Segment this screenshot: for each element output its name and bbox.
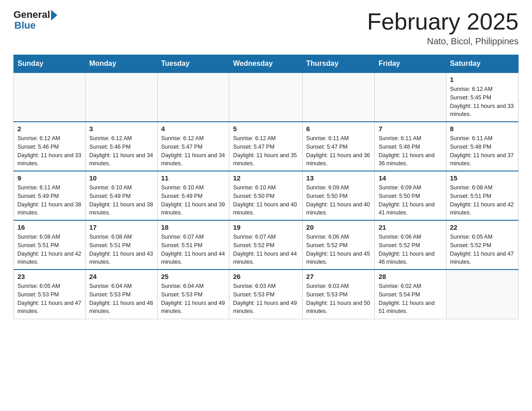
calendar-cell: 23Sunrise: 6:05 AMSunset: 5:53 PMDayligh… bbox=[14, 270, 86, 319]
day-info: Sunrise: 6:04 AMSunset: 5:53 PMDaylight:… bbox=[89, 282, 153, 316]
calendar-week-row: 9Sunrise: 6:11 AMSunset: 5:49 PMDaylight… bbox=[14, 171, 519, 220]
day-info: Sunrise: 6:06 AMSunset: 5:52 PMDaylight:… bbox=[378, 233, 442, 266]
logo: General Blue bbox=[13, 9, 57, 31]
title-area: February 2025 Nato, Bicol, Philippines bbox=[367, 9, 519, 47]
calendar-header-thursday: Thursday bbox=[302, 55, 375, 73]
calendar-cell bbox=[446, 270, 518, 319]
day-info: Sunrise: 6:09 AMSunset: 5:50 PMDaylight:… bbox=[378, 184, 442, 217]
logo-general-text: General bbox=[13, 9, 50, 21]
calendar-header-wednesday: Wednesday bbox=[229, 55, 302, 73]
calendar-cell bbox=[157, 73, 229, 122]
calendar-cell: 22Sunrise: 6:05 AMSunset: 5:52 PMDayligh… bbox=[446, 220, 518, 270]
day-number: 20 bbox=[306, 223, 371, 231]
calendar-cell bbox=[229, 73, 302, 122]
day-number: 14 bbox=[378, 174, 442, 182]
logo-blue-text: Blue bbox=[14, 20, 36, 31]
day-info: Sunrise: 6:10 AMSunset: 5:50 PMDaylight:… bbox=[233, 184, 298, 217]
day-info: Sunrise: 6:11 AMSunset: 5:48 PMDaylight:… bbox=[378, 134, 442, 168]
day-number: 9 bbox=[17, 174, 82, 182]
calendar-cell: 16Sunrise: 6:08 AMSunset: 5:51 PMDayligh… bbox=[14, 220, 86, 270]
calendar-cell: 11Sunrise: 6:10 AMSunset: 5:49 PMDayligh… bbox=[157, 171, 229, 220]
day-number: 6 bbox=[306, 125, 371, 133]
day-info: Sunrise: 6:11 AMSunset: 5:48 PMDaylight:… bbox=[450, 134, 515, 168]
calendar-cell: 8Sunrise: 6:11 AMSunset: 5:48 PMDaylight… bbox=[446, 122, 518, 171]
day-info: Sunrise: 6:04 AMSunset: 5:53 PMDaylight:… bbox=[161, 282, 226, 316]
day-info: Sunrise: 6:12 AMSunset: 5:45 PMDaylight:… bbox=[450, 85, 515, 119]
day-info: Sunrise: 6:03 AMSunset: 5:53 PMDaylight:… bbox=[233, 282, 298, 316]
day-number: 12 bbox=[233, 174, 298, 182]
calendar-cell: 6Sunrise: 6:11 AMSunset: 5:47 PMDaylight… bbox=[302, 122, 375, 171]
calendar-cell: 19Sunrise: 6:07 AMSunset: 5:52 PMDayligh… bbox=[229, 220, 302, 270]
calendar-header-friday: Friday bbox=[375, 55, 446, 73]
calendar-cell: 18Sunrise: 6:07 AMSunset: 5:51 PMDayligh… bbox=[157, 220, 229, 270]
calendar-week-row: 1Sunrise: 6:12 AMSunset: 5:45 PMDaylight… bbox=[14, 73, 519, 122]
calendar-cell bbox=[14, 73, 86, 122]
day-info: Sunrise: 6:02 AMSunset: 5:54 PMDaylight:… bbox=[378, 282, 442, 316]
day-number: 5 bbox=[233, 125, 298, 133]
calendar-cell: 21Sunrise: 6:06 AMSunset: 5:52 PMDayligh… bbox=[375, 220, 446, 270]
calendar-cell: 28Sunrise: 6:02 AMSunset: 5:54 PMDayligh… bbox=[375, 270, 446, 319]
day-info: Sunrise: 6:12 AMSunset: 5:46 PMDaylight:… bbox=[17, 134, 82, 168]
day-number: 23 bbox=[17, 273, 82, 280]
calendar-header-row: SundayMondayTuesdayWednesdayThursdayFrid… bbox=[14, 55, 519, 73]
calendar-cell: 24Sunrise: 6:04 AMSunset: 5:53 PMDayligh… bbox=[86, 270, 157, 319]
day-info: Sunrise: 6:05 AMSunset: 5:53 PMDaylight:… bbox=[17, 282, 82, 316]
calendar-cell: 7Sunrise: 6:11 AMSunset: 5:48 PMDaylight… bbox=[375, 122, 446, 171]
calendar-cell: 14Sunrise: 6:09 AMSunset: 5:50 PMDayligh… bbox=[375, 171, 446, 220]
calendar-header-tuesday: Tuesday bbox=[157, 55, 229, 73]
day-number: 3 bbox=[89, 125, 153, 133]
day-number: 17 bbox=[89, 223, 153, 231]
day-info: Sunrise: 6:08 AMSunset: 5:51 PMDaylight:… bbox=[89, 233, 153, 266]
day-number: 28 bbox=[378, 273, 442, 280]
calendar-cell bbox=[302, 73, 375, 122]
day-info: Sunrise: 6:12 AMSunset: 5:47 PMDaylight:… bbox=[233, 134, 298, 168]
location-subtitle: Nato, Bicol, Philippines bbox=[367, 36, 519, 47]
calendar-week-row: 2Sunrise: 6:12 AMSunset: 5:46 PMDaylight… bbox=[14, 122, 519, 171]
calendar-cell: 4Sunrise: 6:12 AMSunset: 5:47 PMDaylight… bbox=[157, 122, 229, 171]
day-number: 25 bbox=[161, 273, 226, 280]
day-info: Sunrise: 6:12 AMSunset: 5:46 PMDaylight:… bbox=[89, 134, 153, 168]
day-number: 7 bbox=[378, 125, 442, 133]
day-info: Sunrise: 6:10 AMSunset: 5:49 PMDaylight:… bbox=[89, 184, 153, 217]
calendar-header-monday: Monday bbox=[86, 55, 157, 73]
page-header: General Blue February 2025 Nato, Bicol, … bbox=[13, 9, 519, 47]
calendar-cell: 12Sunrise: 6:10 AMSunset: 5:50 PMDayligh… bbox=[229, 171, 302, 220]
day-info: Sunrise: 6:11 AMSunset: 5:47 PMDaylight:… bbox=[306, 134, 371, 168]
day-number: 13 bbox=[306, 174, 371, 182]
calendar-week-row: 16Sunrise: 6:08 AMSunset: 5:51 PMDayligh… bbox=[14, 220, 519, 270]
month-title: February 2025 bbox=[367, 9, 519, 34]
day-number: 26 bbox=[233, 273, 298, 280]
day-number: 1 bbox=[450, 76, 515, 83]
calendar-cell: 17Sunrise: 6:08 AMSunset: 5:51 PMDayligh… bbox=[86, 220, 157, 270]
calendar-cell: 15Sunrise: 6:08 AMSunset: 5:51 PMDayligh… bbox=[446, 171, 518, 220]
day-info: Sunrise: 6:05 AMSunset: 5:52 PMDaylight:… bbox=[450, 233, 515, 266]
calendar-cell: 10Sunrise: 6:10 AMSunset: 5:49 PMDayligh… bbox=[86, 171, 157, 220]
day-info: Sunrise: 6:06 AMSunset: 5:52 PMDaylight:… bbox=[306, 233, 371, 266]
calendar-cell: 13Sunrise: 6:09 AMSunset: 5:50 PMDayligh… bbox=[302, 171, 375, 220]
day-info: Sunrise: 6:08 AMSunset: 5:51 PMDaylight:… bbox=[450, 184, 515, 217]
day-info: Sunrise: 6:07 AMSunset: 5:52 PMDaylight:… bbox=[233, 233, 298, 266]
calendar-cell: 5Sunrise: 6:12 AMSunset: 5:47 PMDaylight… bbox=[229, 122, 302, 171]
day-info: Sunrise: 6:09 AMSunset: 5:50 PMDaylight:… bbox=[306, 184, 371, 217]
day-info: Sunrise: 6:11 AMSunset: 5:49 PMDaylight:… bbox=[17, 184, 82, 217]
day-number: 21 bbox=[378, 223, 442, 231]
day-info: Sunrise: 6:03 AMSunset: 5:53 PMDaylight:… bbox=[306, 282, 371, 316]
calendar-cell: 2Sunrise: 6:12 AMSunset: 5:46 PMDaylight… bbox=[14, 122, 86, 171]
calendar-cell: 3Sunrise: 6:12 AMSunset: 5:46 PMDaylight… bbox=[86, 122, 157, 171]
day-number: 10 bbox=[89, 174, 153, 182]
day-number: 16 bbox=[17, 223, 82, 231]
day-number: 4 bbox=[161, 125, 226, 133]
calendar-cell: 27Sunrise: 6:03 AMSunset: 5:53 PMDayligh… bbox=[302, 270, 375, 319]
day-number: 18 bbox=[161, 223, 226, 231]
calendar-cell bbox=[86, 73, 157, 122]
calendar-cell: 20Sunrise: 6:06 AMSunset: 5:52 PMDayligh… bbox=[302, 220, 375, 270]
day-number: 2 bbox=[17, 125, 82, 133]
day-info: Sunrise: 6:07 AMSunset: 5:51 PMDaylight:… bbox=[161, 233, 226, 266]
calendar-cell bbox=[375, 73, 446, 122]
day-number: 19 bbox=[233, 223, 298, 231]
calendar-cell: 9Sunrise: 6:11 AMSunset: 5:49 PMDaylight… bbox=[14, 171, 86, 220]
calendar-cell: 25Sunrise: 6:04 AMSunset: 5:53 PMDayligh… bbox=[157, 270, 229, 319]
day-info: Sunrise: 6:10 AMSunset: 5:49 PMDaylight:… bbox=[161, 184, 226, 217]
day-number: 8 bbox=[450, 125, 515, 133]
calendar-week-row: 23Sunrise: 6:05 AMSunset: 5:53 PMDayligh… bbox=[14, 270, 519, 319]
